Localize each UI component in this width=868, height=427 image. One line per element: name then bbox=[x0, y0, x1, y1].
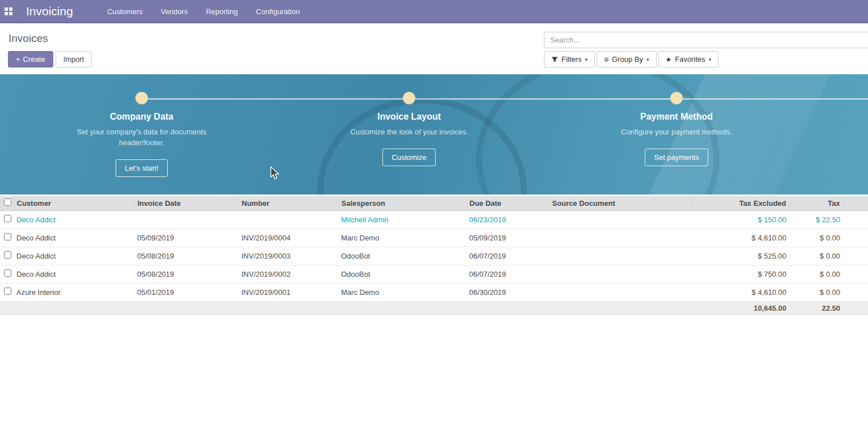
step-description: Customize the look of your invoices. bbox=[338, 126, 480, 137]
step-title: Invoice Layout bbox=[275, 112, 543, 122]
invoice-row[interactable]: Deco Addict05/08/2019INV/2019/0003OdooBo… bbox=[0, 247, 868, 265]
cell-source_document bbox=[550, 265, 692, 283]
row-checkbox-cell bbox=[0, 247, 14, 265]
column-header-due_date[interactable]: Due Date bbox=[467, 196, 550, 210]
select-all-checkbox[interactable] bbox=[4, 198, 11, 206]
cell-tax: $ 0.00 bbox=[790, 247, 844, 265]
cell-salesperson: Mitchell Admin bbox=[339, 210, 467, 229]
cell-invoice_date: 05/08/2019 bbox=[135, 265, 239, 283]
invoice-list-table: CustomerInvoice DateNumberSalespersonDue… bbox=[0, 196, 868, 315]
column-header-source_document[interactable]: Source Document bbox=[550, 196, 692, 210]
cell-tax: $ 0.00 bbox=[790, 265, 844, 283]
plus-icon: + bbox=[16, 55, 20, 64]
cell-invoice_date: 05/09/2019 bbox=[135, 229, 239, 247]
cell-customer: Deco Addict bbox=[14, 247, 135, 265]
apps-menu-icon[interactable] bbox=[0, 0, 17, 23]
onboarding-step-payment-method: Payment Method Configure your payment me… bbox=[543, 92, 810, 177]
row-checkbox[interactable] bbox=[4, 251, 11, 259]
cell-tax_excluded: $ 4,610.00 bbox=[692, 283, 790, 301]
cell-invoice_date: 05/08/2019 bbox=[135, 247, 239, 265]
invoice-row[interactable]: Deco AddictMitchell Admin06/23/2019$ 150… bbox=[0, 210, 868, 229]
row-checkbox-cell bbox=[0, 229, 14, 247]
row-spacer bbox=[844, 247, 868, 265]
cell-number: INV/2019/0001 bbox=[239, 283, 339, 301]
row-checkbox[interactable] bbox=[4, 233, 11, 240]
caret-down-icon: ▾ bbox=[646, 57, 649, 62]
control-panel: Invoices +Create Import Filters ▾ ≡ Grou… bbox=[0, 23, 868, 74]
cell-invoice_date bbox=[135, 210, 239, 229]
step-description: Configure your payment methods. bbox=[606, 126, 747, 137]
grid-icon bbox=[5, 7, 12, 15]
import-button[interactable]: Import bbox=[56, 51, 92, 67]
cell-number bbox=[239, 210, 339, 229]
step-title: Company Data bbox=[8, 112, 275, 122]
step-dot-icon bbox=[135, 92, 148, 104]
cell-due_date: 05/09/2019 bbox=[467, 229, 550, 247]
onboarding-banner: Company Data Set your company's data for… bbox=[0, 74, 868, 195]
footer-spacer bbox=[0, 301, 692, 315]
tax-total: 22.50 bbox=[790, 301, 844, 315]
cell-tax_excluded: $ 750.00 bbox=[692, 265, 790, 283]
column-header-salesperson[interactable]: Salesperson bbox=[339, 196, 467, 210]
column-header-customer[interactable]: Customer bbox=[14, 196, 135, 210]
top-navbar: Invoicing Customers Vendors Reporting Co… bbox=[0, 0, 868, 23]
row-checkbox-cell bbox=[0, 210, 14, 229]
menu-vendors[interactable]: Vendors bbox=[154, 4, 195, 19]
menu-reporting[interactable]: Reporting bbox=[199, 4, 244, 19]
invoice-row[interactable]: Deco Addict05/08/2019INV/2019/0002OdooBo… bbox=[0, 265, 868, 283]
caret-down-icon: ▾ bbox=[709, 57, 712, 62]
menu-configuration[interactable]: Configuration bbox=[249, 4, 307, 19]
invoice-table-body: Deco AddictMitchell Admin06/23/2019$ 150… bbox=[0, 210, 868, 301]
search-box bbox=[544, 32, 868, 48]
column-header-tax_excluded[interactable]: Tax Excluded bbox=[692, 196, 790, 210]
row-spacer bbox=[844, 229, 868, 247]
cell-due_date: 06/23/2019 bbox=[467, 210, 550, 229]
step-description: Set your company's data for documents he… bbox=[71, 126, 212, 148]
cell-source_document bbox=[550, 210, 692, 229]
cell-tax: $ 22.50 bbox=[790, 210, 844, 229]
cell-due_date: 06/07/2019 bbox=[467, 265, 550, 283]
cell-tax_excluded: $ 4,610.00 bbox=[692, 229, 790, 247]
row-checkbox[interactable] bbox=[4, 269, 11, 277]
cell-number: INV/2019/0004 bbox=[239, 229, 339, 247]
page-title: Invoices bbox=[8, 32, 48, 45]
column-header-invoice_date[interactable]: Invoice Date bbox=[135, 196, 239, 210]
cell-customer: Azure Interior bbox=[14, 283, 135, 301]
caret-down-icon: ▾ bbox=[585, 57, 588, 62]
customize-button[interactable]: Customize bbox=[382, 149, 435, 166]
cell-customer: Deco Addict bbox=[14, 265, 135, 283]
menu-customers[interactable]: Customers bbox=[100, 4, 150, 19]
filter-icon bbox=[551, 56, 558, 63]
invoice-row[interactable]: Azure Interior05/01/2019INV/2019/0001Mar… bbox=[0, 283, 868, 301]
cell-number: INV/2019/0003 bbox=[239, 247, 339, 265]
column-header-tax[interactable]: Tax bbox=[790, 196, 844, 210]
cell-tax: $ 0.00 bbox=[790, 229, 844, 247]
onboarding-step-company-data: Company Data Set your company's data for… bbox=[8, 92, 275, 177]
cell-tax_excluded: $ 150.00 bbox=[692, 210, 790, 229]
favorites-button[interactable]: ★ Favorites ▾ bbox=[658, 51, 719, 67]
filters-button[interactable]: Filters ▾ bbox=[544, 51, 595, 67]
invoice-row[interactable]: Deco Addict05/09/2019INV/2019/0004Marc D… bbox=[0, 229, 868, 247]
select-all-cell bbox=[0, 196, 14, 210]
step-title: Payment Method bbox=[543, 112, 810, 122]
row-spacer bbox=[844, 210, 868, 229]
row-checkbox[interactable] bbox=[4, 288, 11, 295]
table-header-row: CustomerInvoice DateNumberSalespersonDue… bbox=[0, 196, 868, 210]
cell-source_document bbox=[550, 229, 692, 247]
group-by-button[interactable]: ≡ Group By ▾ bbox=[597, 51, 657, 67]
row-checkbox-cell bbox=[0, 283, 14, 301]
lets-start-button[interactable]: Let's start! bbox=[116, 159, 168, 177]
column-header-number[interactable]: Number bbox=[239, 196, 339, 210]
table-footer-row: 10,645.00 22.50 bbox=[0, 301, 868, 315]
cell-due_date: 06/30/2019 bbox=[467, 283, 550, 301]
cell-salesperson: Marc Demo bbox=[339, 229, 467, 247]
create-button[interactable]: +Create bbox=[8, 51, 53, 67]
app-title[interactable]: Invoicing bbox=[26, 5, 73, 18]
cell-customer: Deco Addict bbox=[14, 210, 135, 229]
cell-invoice_date: 05/01/2019 bbox=[135, 283, 239, 301]
search-input[interactable] bbox=[544, 32, 868, 48]
set-payments-button[interactable]: Set payments bbox=[645, 149, 708, 166]
cell-source_document bbox=[550, 283, 692, 301]
cell-number: INV/2019/0002 bbox=[239, 265, 339, 283]
row-checkbox[interactable] bbox=[4, 215, 11, 222]
